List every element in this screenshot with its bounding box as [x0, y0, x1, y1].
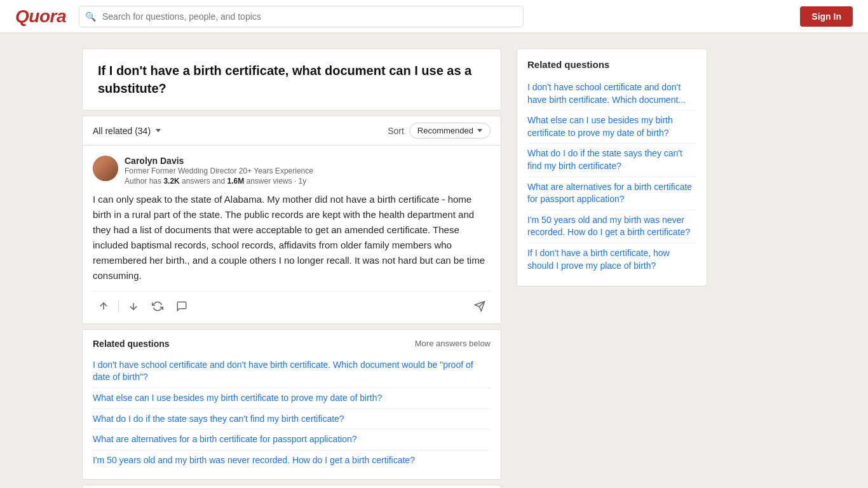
chevron-down-icon — [156, 129, 161, 132]
sort-label: Sort — [388, 126, 404, 136]
share-arrow-button[interactable] — [469, 297, 491, 316]
main-content: If I don't have a birth certificate, wha… — [72, 48, 796, 488]
action-divider — [118, 300, 119, 313]
answer-author: Carolyn Davis Former Former Wedding Dire… — [93, 156, 491, 186]
answer-card: Carolyn Davis Former Former Wedding Dire… — [82, 145, 501, 324]
left-column: If I don't have a birth certificate, wha… — [82, 48, 501, 488]
right-column: Related questions I don't have school ce… — [517, 48, 707, 488]
sort-button[interactable]: Recommended — [409, 123, 491, 139]
related-link-2[interactable]: What else can I use besides my birth cer… — [93, 388, 491, 409]
question-title: If I don't have a birth certificate, wha… — [98, 62, 485, 97]
author-bio: Former Former Wedding Director 20+ Years… — [125, 166, 491, 177]
sidebar-link-3[interactable]: What do I do if the state says they can'… — [527, 144, 696, 177]
header: Quora 🔍 Sign In — [0, 0, 868, 33]
author-answers-mid: answers and — [182, 177, 225, 186]
related-questions-header: Related questions More answers below — [93, 339, 491, 349]
related-link-5[interactable]: I'm 50 years old and my birth was never … — [93, 451, 491, 471]
author-info: Carolyn Davis Former Former Wedding Dire… — [125, 156, 491, 186]
header-right: Sign In — [800, 6, 853, 27]
sort-area: Sort Recommended — [388, 123, 491, 139]
search-input[interactable] — [79, 6, 524, 27]
author-name[interactable]: Carolyn Davis — [125, 156, 491, 166]
related-link-3[interactable]: What do I do if the state says they can'… — [93, 409, 491, 430]
sign-in-button[interactable]: Sign In — [800, 6, 853, 27]
sidebar-link-5[interactable]: I'm 50 years old and my birth was never … — [527, 210, 696, 243]
sidebar-related-card: Related questions I don't have school ce… — [517, 48, 707, 287]
sidebar-title: Related questions — [527, 59, 696, 70]
avatar-image — [93, 156, 118, 181]
related-link-4[interactable]: What are alternatives for a birth certif… — [93, 430, 491, 451]
sidebar-link-4[interactable]: What are alternatives for a birth certif… — [527, 177, 696, 210]
sidebar-link-6[interactable]: If I don't have a birth certificate, how… — [527, 243, 696, 276]
avatar — [93, 156, 118, 181]
author-meta-prefix: Author has — [125, 177, 161, 186]
search-icon: 🔍 — [85, 11, 96, 22]
more-answers-label: More answers below — [415, 339, 491, 348]
downvote-button[interactable] — [123, 297, 144, 316]
sort-value: Recommended — [417, 126, 473, 135]
filter-bar: All related (34) Sort Recommended — [82, 116, 501, 145]
share-rotate-button[interactable] — [147, 297, 168, 316]
author-views-count: 1.6M — [227, 177, 244, 186]
all-related-filter[interactable]: All related (34) — [93, 126, 161, 136]
search-container: 🔍 — [79, 6, 524, 27]
answer-text: I can only speak to the state of Alabama… — [93, 192, 491, 283]
sidebar-link-2[interactable]: What else can I use besides my birth cer… — [527, 111, 696, 144]
related-questions-card: Related questions More answers below I d… — [82, 329, 501, 480]
author-meta: Author has 3.2K answers and 1.6M answer … — [125, 177, 491, 186]
upvote-button[interactable] — [93, 297, 114, 316]
chevron-down-icon — [477, 129, 482, 132]
related-link-1[interactable]: I don't have school certificate and don'… — [93, 355, 491, 388]
answer-actions — [93, 291, 491, 316]
related-questions-title: Related questions — [93, 339, 170, 349]
author-views-suffix: answer views · 1y — [247, 177, 307, 186]
author-answers-count: 3.2K — [163, 177, 179, 186]
comment-button[interactable] — [171, 297, 193, 316]
sidebar-link-1[interactable]: I don't have school certificate and don'… — [527, 78, 696, 111]
next-answer-stub: Mark Daly — [82, 485, 501, 488]
question-card: If I don't have a birth certificate, wha… — [82, 48, 501, 111]
quora-logo[interactable]: Quora — [15, 6, 66, 27]
all-related-label: All related (34) — [93, 126, 151, 136]
